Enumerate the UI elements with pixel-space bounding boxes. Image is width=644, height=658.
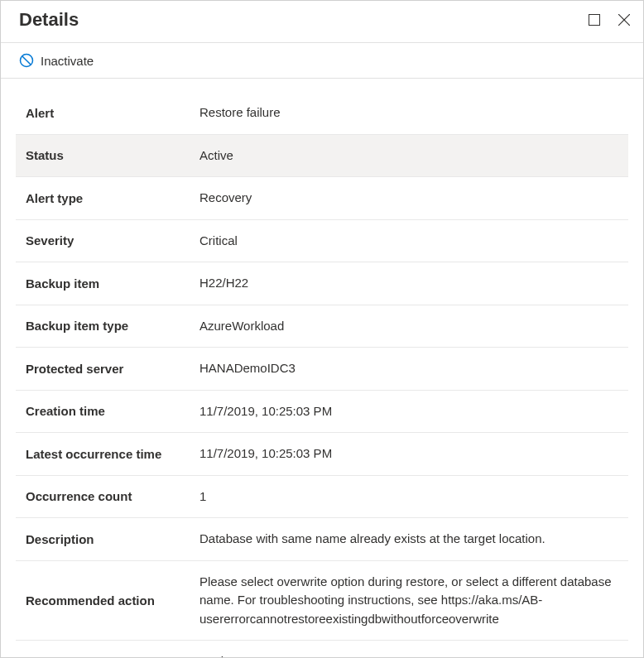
detail-label: Protected server <box>16 348 190 391</box>
svg-rect-0 <box>589 15 600 26</box>
table-row: Creation time11/7/2019, 10:25:03 PM <box>16 390 628 433</box>
inactivate-icon <box>19 53 34 68</box>
maximize-button[interactable] <box>587 12 602 27</box>
inactivate-button[interactable]: Inactivate <box>19 53 94 68</box>
detail-value: Critical <box>190 219 628 262</box>
details-table: AlertRestore failureStatusActiveAlert ty… <box>16 92 628 657</box>
detail-label: Alert raised on <box>16 641 190 658</box>
svg-line-4 <box>22 56 31 65</box>
details-window: Details Inactivate <box>0 0 644 658</box>
detail-label: Backup item type <box>16 305 190 348</box>
detail-label: Alert type <box>16 177 190 220</box>
detail-value: Please select overwrite option during re… <box>190 560 628 641</box>
detail-value: BackupItem <box>190 641 628 658</box>
table-row: Protected serverHANADemoIDC3 <box>16 348 628 391</box>
table-row: SeverityCritical <box>16 219 628 262</box>
detail-label: Recommended action <box>16 560 190 641</box>
maximize-icon <box>589 14 600 26</box>
detail-label: Severity <box>16 219 190 262</box>
detail-value: Active <box>190 134 628 177</box>
detail-value: HANADemoIDC3 <box>190 348 628 391</box>
detail-value: Database with same name already exists a… <box>190 518 628 561</box>
detail-label: Creation time <box>16 390 190 433</box>
content-area[interactable]: AlertRestore failureStatusActiveAlert ty… <box>1 79 643 657</box>
detail-value: 1 <box>190 475 628 518</box>
close-icon <box>618 14 630 26</box>
detail-value: Restore failure <box>190 92 628 134</box>
detail-value: 11/7/2019, 10:25:03 PM <box>190 390 628 433</box>
table-row: Latest occurrence time11/7/2019, 10:25:0… <box>16 433 628 476</box>
detail-value: AzureWorkload <box>190 305 628 348</box>
detail-label: Status <box>16 134 190 177</box>
detail-label: Occurrence count <box>16 475 190 518</box>
window-title: Details <box>19 9 79 31</box>
titlebar: Details <box>1 1 643 43</box>
detail-value: Recovery <box>190 177 628 220</box>
table-row: Occurrence count1 <box>16 475 628 518</box>
table-row: AlertRestore failure <box>16 92 628 134</box>
table-row: Recommended actionPlease select overwrit… <box>16 560 628 641</box>
table-row: Alert typeRecovery <box>16 177 628 220</box>
detail-label: Description <box>16 518 190 561</box>
table-row: StatusActive <box>16 134 628 177</box>
detail-value: H22/H22 <box>190 262 628 305</box>
detail-value: 11/7/2019, 10:25:03 PM <box>190 433 628 476</box>
detail-label: Alert <box>16 92 190 134</box>
table-row: Backup item typeAzureWorkload <box>16 305 628 348</box>
table-row: Alert raised onBackupItem <box>16 641 628 658</box>
window-controls <box>587 12 632 27</box>
table-row: DescriptionDatabase with same name alrea… <box>16 518 628 561</box>
close-button[interactable] <box>617 12 632 27</box>
table-row: Backup itemH22/H22 <box>16 262 628 305</box>
detail-label: Latest occurrence time <box>16 433 190 476</box>
detail-label: Backup item <box>16 262 190 305</box>
inactivate-label: Inactivate <box>41 54 94 68</box>
toolbar: Inactivate <box>1 43 643 79</box>
